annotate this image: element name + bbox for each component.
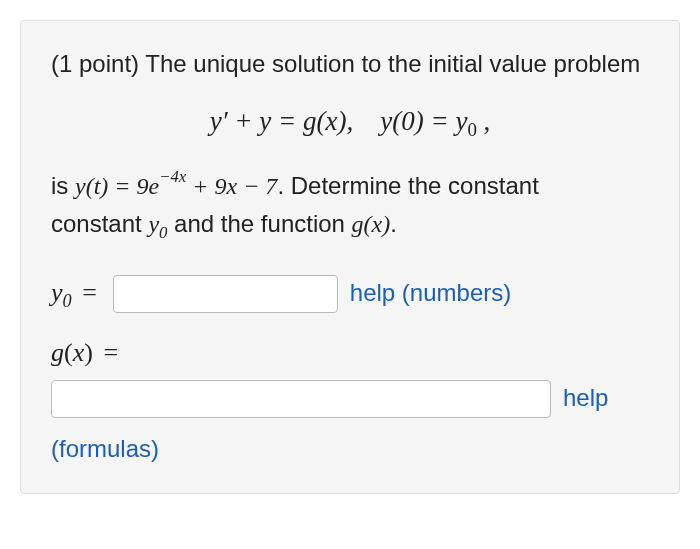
desc-exponent: −4x <box>159 167 186 186</box>
desc-y0: y <box>148 211 159 237</box>
y0-label: y0 = <box>51 274 101 315</box>
gx-label: g(x) = <box>51 334 122 372</box>
desc-gx: g(x) <box>352 211 391 237</box>
desc-is: is <box>51 172 75 199</box>
y0-subscript: 0 <box>63 291 72 311</box>
solution-description-line1: is y(t) = 9e−4x + 9x − 7. Determine the … <box>51 168 649 204</box>
help-formulas-link[interactable]: (formulas) <box>51 432 159 467</box>
y0-answer-row: y0 = help (numbers) <box>51 274 649 315</box>
equation-comma: , <box>477 106 491 136</box>
desc-period: . <box>390 210 397 237</box>
desc-determine: . Determine the constant <box>277 172 538 199</box>
y0-var: y <box>51 278 63 307</box>
problem-prompt: (1 point) The unique solution to the ini… <box>51 47 649 82</box>
prompt-text: The unique solution to the initial value… <box>145 50 640 77</box>
differential-equation: y′ + y = g(x), y(0) = y0 , <box>51 102 649 144</box>
desc-polynomial: + 9x − 7 <box>186 173 277 199</box>
help-link[interactable]: help <box>563 381 608 416</box>
gx-answer-block: g(x) = help (formulas) <box>51 334 649 466</box>
problem-card: (1 point) The unique solution to the ini… <box>20 20 680 494</box>
desc-constant-text: constant <box>51 210 148 237</box>
desc-y0-sub: 0 <box>159 223 167 242</box>
solution-description-line2: constant y0 and the function g(x). <box>51 207 649 245</box>
equation-subscript: 0 <box>467 119 476 140</box>
gx-equals: = <box>97 338 118 367</box>
y0-equals: = <box>76 278 97 307</box>
gx-var: g(x) <box>51 338 93 367</box>
points-label: (1 point) <box>51 50 145 77</box>
y0-input[interactable] <box>113 275 338 313</box>
help-numbers-link[interactable]: help (numbers) <box>350 276 511 311</box>
gx-input[interactable] <box>51 380 551 418</box>
equation-main: y′ + y = g(x), y(0) = y <box>210 106 468 136</box>
desc-yt: y(t) = 9e <box>75 173 159 199</box>
gx-input-row: help <box>51 380 649 418</box>
desc-and-function: and the function <box>167 210 351 237</box>
